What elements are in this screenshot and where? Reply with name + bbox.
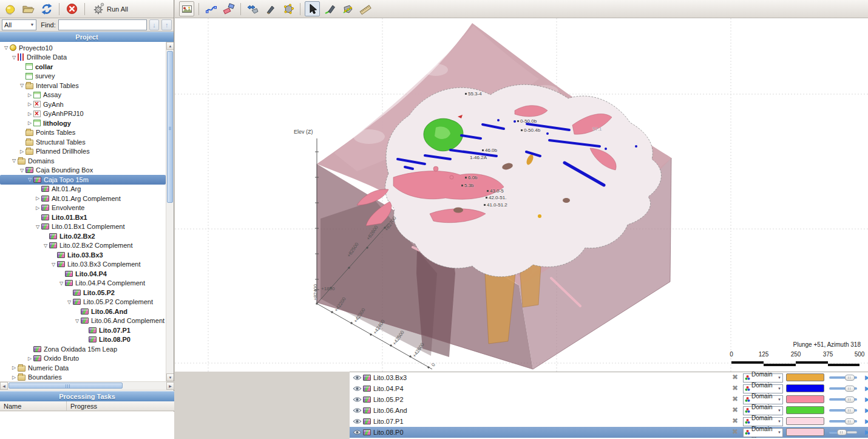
domain-dropdown[interactable]: Domain ...▼	[743, 417, 783, 426]
draw-polyline-icon[interactable]	[203, 1, 219, 16]
tree-vertical-scrollbar[interactable]: ▲ ▼	[166, 42, 174, 381]
scroll-up-icon[interactable]: ▲	[166, 42, 174, 50]
visibility-eye-icon[interactable]	[353, 375, 363, 381]
tree-item[interactable]: Lito.03.Bx3	[0, 250, 166, 260]
shape-row[interactable]: Lito.05.P2✖Domain ...▼▶▶▶	[350, 394, 868, 405]
tree-item[interactable]: ▽Lito.03.Bx3 Complement	[0, 260, 166, 270]
visibility-eye-icon[interactable]	[353, 429, 363, 435]
camera-fly-icon[interactable]: ▶	[865, 428, 868, 437]
tree-item[interactable]: ▷GyAnh	[0, 100, 166, 109]
expand-icon[interactable]: ▷	[34, 196, 41, 201]
collapse-icon[interactable]: ▽	[50, 262, 57, 267]
color-swatch[interactable]	[786, 428, 824, 436]
shape-row[interactable]: Lito.07.P1✖Domain ...▼▶▶▶	[350, 416, 868, 427]
remove-icon[interactable]: ✖	[732, 373, 738, 381]
tree-item[interactable]: ▷Envolvente	[0, 203, 166, 213]
tree-item[interactable]: ▽Drillhole Data	[0, 53, 166, 63]
remove-icon[interactable]: ✖	[732, 384, 738, 392]
tree-item[interactable]: Lito.02.Bx2	[0, 231, 166, 241]
camera-fly-icon[interactable]: ▶	[865, 384, 868, 393]
remove-icon[interactable]: ✖	[732, 406, 738, 414]
slider-handle[interactable]	[845, 418, 855, 424]
tree-item[interactable]: ▷GyAnhPRJ10	[0, 109, 166, 119]
collapse-icon[interactable]: ▽	[58, 281, 65, 286]
expand-icon[interactable]: ▷	[26, 356, 33, 361]
collapse-icon[interactable]: ▽	[10, 55, 18, 60]
draw-line-surface-icon[interactable]	[322, 1, 337, 16]
slider-handle[interactable]	[837, 429, 847, 435]
expand-icon[interactable]: ▷	[18, 149, 25, 154]
tree-item[interactable]: Points Tables	[0, 128, 166, 138]
collapse-icon[interactable]: ▽	[18, 83, 25, 88]
visibility-eye-icon[interactable]	[353, 386, 363, 392]
remove-icon[interactable]: ✖	[732, 427, 738, 436]
tree-item[interactable]: ▷Numeric Data	[0, 363, 166, 373]
tree-item[interactable]: ▽Lito.02.Bx2 Complement	[0, 241, 166, 251]
color-swatch[interactable]	[786, 406, 824, 414]
shape-row[interactable]: Lito.03.Bx3✖Domain ...▼▶▶▶	[350, 372, 868, 383]
scrollbar-thumb[interactable]	[167, 51, 173, 203]
erase-polyline-icon[interactable]	[221, 1, 236, 16]
find-next-button[interactable]: ↓	[149, 19, 160, 30]
expand-icon[interactable]: ▷	[26, 92, 33, 98]
opacity-slider[interactable]	[829, 418, 857, 424]
domain-dropdown[interactable]: Domain ...▼	[743, 373, 783, 383]
collapse-icon[interactable]: ▽	[42, 243, 49, 248]
tree-item[interactable]: ▽Caja Bounding Box	[0, 166, 166, 175]
slider-handle[interactable]	[845, 386, 855, 392]
draw-polygon-surface-icon[interactable]	[340, 1, 355, 16]
tree-item[interactable]: Lito.04.P4	[0, 269, 166, 279]
tree-item[interactable]: ▷Alt.01.Arg Complement	[0, 194, 166, 203]
scrollbar-thumb[interactable]	[8, 383, 123, 389]
tree-item[interactable]: ▷Assay	[0, 90, 166, 100]
shape-row[interactable]: Lito.04.P4✖Domain ...▼▶▶▶	[350, 383, 868, 394]
tree-item[interactable]: ▽Interval Tables	[0, 81, 166, 90]
tree-item[interactable]: Lito.08.P0	[0, 335, 166, 345]
tree-item[interactable]: Lito.01.Bx1	[0, 213, 166, 222]
slider-handle[interactable]	[845, 396, 855, 403]
tree-item[interactable]: ▽Lito.01.Bx1 Complement	[0, 222, 166, 232]
scroll-down-icon[interactable]: ▼	[166, 373, 174, 381]
collapse-icon[interactable]: ▽	[18, 168, 25, 173]
opacity-slider[interactable]	[829, 375, 857, 381]
tree-item[interactable]: collar	[0, 62, 166, 72]
run-all-button[interactable]: Run All	[90, 2, 131, 15]
find-prev-button[interactable]: ↑	[161, 19, 172, 30]
measure-ruler-icon[interactable]	[358, 1, 373, 16]
scene-properties-icon[interactable]	[179, 1, 194, 16]
stop-processes-icon[interactable]	[64, 1, 80, 16]
tree-item[interactable]: Lito.05.P2	[0, 288, 166, 298]
tree-item[interactable]: ▽Lito.06.And Complement	[0, 316, 166, 326]
expand-icon[interactable]: ▷	[26, 120, 33, 126]
expand-icon[interactable]: ▷	[26, 111, 33, 117]
remove-icon[interactable]: ✖	[732, 417, 738, 425]
tree-item[interactable]: Lito.06.And	[0, 307, 166, 316]
color-swatch[interactable]	[786, 384, 824, 392]
tree-item[interactable]: ▽Proyecto10	[0, 43, 166, 53]
draw-polygon-icon[interactable]	[280, 1, 296, 16]
tree-item[interactable]: ▷Planned Drillholes	[0, 147, 166, 157]
scroll-left-icon[interactable]: ◀	[0, 382, 8, 390]
refresh-icon[interactable]	[39, 1, 54, 16]
tree-item[interactable]: ▷Boundaries	[0, 373, 166, 382]
collapse-icon[interactable]: ▽	[26, 177, 33, 182]
opacity-slider[interactable]	[829, 386, 857, 392]
remove-icon[interactable]: ✖	[732, 395, 738, 403]
tree-item[interactable]: ▽Domains	[0, 156, 166, 166]
open-project-icon[interactable]	[21, 1, 36, 16]
collapse-icon[interactable]: ▽	[66, 299, 73, 305]
find-input[interactable]	[58, 19, 147, 30]
visibility-eye-icon[interactable]	[353, 396, 363, 403]
visibility-eye-icon[interactable]	[353, 407, 363, 413]
camera-fly-icon[interactable]: ▶	[865, 417, 868, 426]
expand-icon[interactable]: ▷	[34, 205, 41, 211]
domain-dropdown[interactable]: Domain ...▼	[743, 428, 783, 437]
color-swatch[interactable]	[786, 395, 824, 403]
collapse-icon[interactable]: ▽	[34, 224, 41, 230]
color-swatch[interactable]	[786, 417, 824, 425]
tree-item[interactable]: ▷Oxido Bruto	[0, 354, 166, 364]
tree-item[interactable]: Structural Tables	[0, 137, 166, 147]
filter-type-select[interactable]: All ▼	[2, 19, 36, 30]
select-cursor-icon[interactable]	[305, 1, 320, 16]
expand-icon[interactable]: ▷	[26, 101, 33, 107]
